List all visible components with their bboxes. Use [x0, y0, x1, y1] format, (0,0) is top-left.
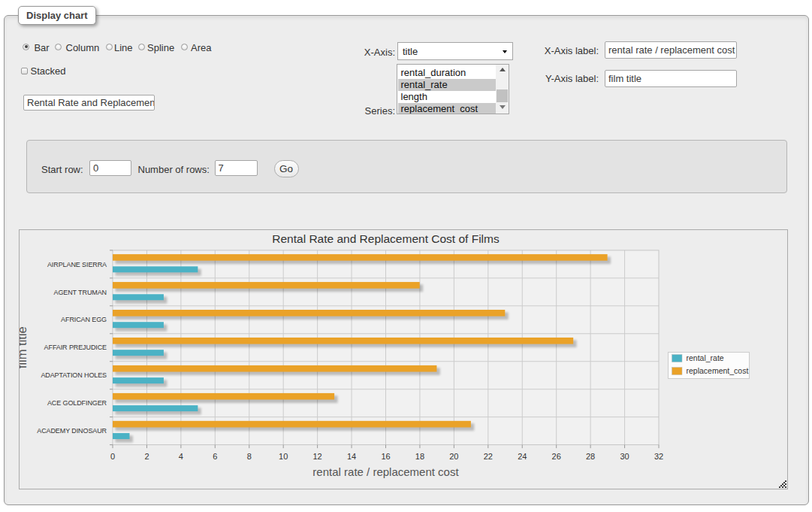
svg-text:28: 28: [586, 452, 595, 461]
svg-text:rental rate / replacement cost: rental rate / replacement cost: [312, 465, 459, 478]
svg-text:14: 14: [347, 452, 356, 461]
svg-text:ADAPTATION HOLES: ADAPTATION HOLES: [41, 371, 107, 379]
svg-text:2: 2: [144, 452, 149, 461]
svg-text:22: 22: [484, 452, 493, 461]
svg-text:AFFAIR PREJUDICE: AFFAIR PREJUDICE: [44, 344, 107, 351]
svg-text:film title: film title: [20, 326, 29, 368]
svg-text:20: 20: [449, 452, 458, 461]
svg-text:24: 24: [518, 452, 527, 461]
svg-text:rental_rate: rental_rate: [687, 353, 724, 362]
svg-text:0: 0: [110, 452, 115, 461]
svg-text:16: 16: [381, 452, 390, 461]
svg-text:18: 18: [415, 452, 424, 461]
svg-text:26: 26: [552, 452, 561, 461]
svg-text:ACADEMY DINOSAUR: ACADEMY DINOSAUR: [37, 427, 107, 435]
svg-text:replacement_cost: replacement_cost: [687, 366, 749, 375]
svg-text:AGENT TRUMAN: AGENT TRUMAN: [54, 289, 107, 296]
svg-text:8: 8: [247, 452, 252, 461]
svg-text:AFRICAN EGG: AFRICAN EGG: [61, 316, 107, 323]
svg-text:AIRPLANE SIERRA: AIRPLANE SIERRA: [47, 261, 107, 268]
svg-text:32: 32: [654, 452, 663, 461]
svg-text:30: 30: [620, 452, 629, 461]
svg-text:6: 6: [213, 452, 217, 461]
svg-text:12: 12: [312, 452, 321, 461]
svg-text:10: 10: [279, 452, 288, 461]
svg-text:ACE GOLDFINGER: ACE GOLDFINGER: [47, 399, 107, 407]
svg-text:4: 4: [179, 452, 183, 461]
svg-text:Rental Rate and Replacement Co: Rental Rate and Replacement Cost of Film…: [272, 232, 500, 245]
